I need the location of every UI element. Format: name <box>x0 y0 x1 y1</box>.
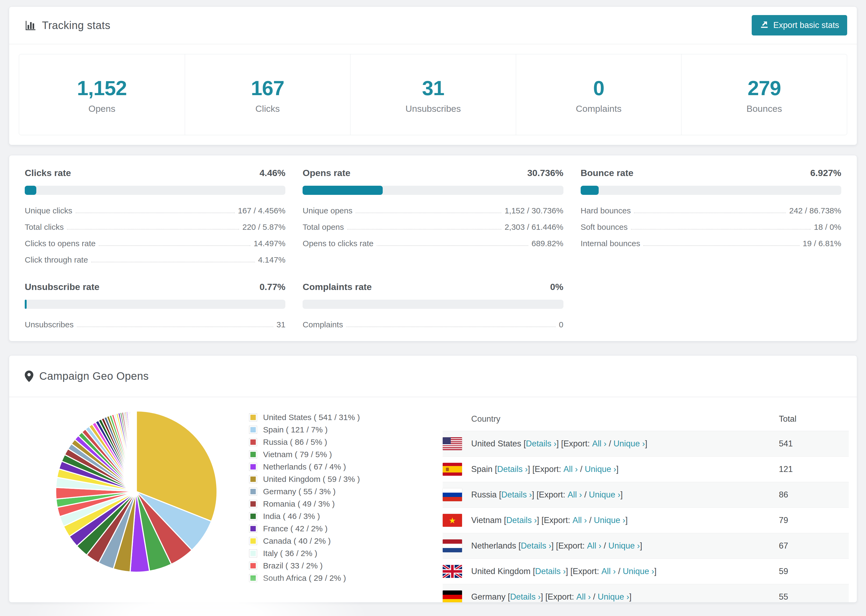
bar-chart-icon <box>25 20 36 31</box>
rate-row: Unsubscribes 31 <box>25 320 285 329</box>
geo-pie-chart <box>52 407 221 577</box>
export-button-label: Export basic stats <box>773 20 839 30</box>
rate-row-value: 220 / 5.87% <box>242 223 285 232</box>
country-name: United Kingdom <box>471 567 531 576</box>
rate-row-value: 0 <box>559 320 564 329</box>
country-cell: Russia [Details ›] [Export: All › / Uniq… <box>443 488 779 501</box>
legend-label: Spain ( 121 / 7% ) <box>263 425 328 434</box>
unsubscribe-rate-bar <box>25 300 285 309</box>
export-all-link[interactable]: All › <box>601 567 616 576</box>
geo-header: Campaign Geo Opens <box>9 355 857 397</box>
rate-row-label: Soft bounces <box>581 223 628 232</box>
export-unique-link[interactable]: Unique › <box>598 592 629 602</box>
export-all-link[interactable]: All › <box>564 464 578 474</box>
opens-rate-value: 30.736% <box>527 168 563 178</box>
country-name: Vietnam <box>471 515 502 525</box>
legend-item: Canada ( 40 / 2% ) <box>249 536 394 545</box>
export-unique-link[interactable]: Unique › <box>608 541 640 551</box>
rate-row: Unique clicks 167 / 4.456% <box>25 206 285 215</box>
export-all-link[interactable]: All › <box>567 490 582 500</box>
geo-table-row: Russia [Details ›] [Export: All › / Uniq… <box>443 482 849 508</box>
export-all-link[interactable]: All › <box>573 515 587 525</box>
rate-row-label: Hard bounces <box>581 206 631 215</box>
details-link[interactable]: Details › <box>535 567 566 576</box>
flag-us <box>443 437 462 450</box>
legend-label: Germany ( 55 / 3% ) <box>263 487 335 496</box>
rate-row-value: 31 <box>277 320 285 329</box>
details-link[interactable]: Details › <box>501 490 532 500</box>
details-link[interactable]: Details › <box>526 439 556 449</box>
rate-row: Complaints 0 <box>302 320 563 329</box>
dotted-leader <box>377 245 528 246</box>
bounce-rate-section: Bounce rate 6.927% Hard bounces 242 / 86… <box>581 168 841 264</box>
rate-row-value: 4.147% <box>258 255 286 264</box>
details-link[interactable]: Details › <box>506 515 537 525</box>
export-unique-link[interactable]: Unique › <box>614 439 645 449</box>
legend-swatch <box>249 487 257 496</box>
legend-swatch <box>249 463 257 471</box>
rate-row: Click through rate 4.147% <box>25 255 285 264</box>
map-pin-icon <box>25 370 33 382</box>
rate-row-value: 689.82% <box>531 239 563 248</box>
bounce-rate-rows: Hard bounces 242 / 86.738%Soft bounces 1… <box>581 206 841 248</box>
export-basic-stats-button[interactable]: Export basic stats <box>752 15 847 36</box>
legend-swatch <box>249 451 257 459</box>
legend-label: India ( 46 / 3% ) <box>263 512 320 521</box>
complaints-rate-bar <box>302 300 563 309</box>
export-unique-link[interactable]: Unique › <box>589 490 620 500</box>
export-all-link[interactable]: All › <box>592 439 606 449</box>
clicks-rate-fill <box>25 186 36 195</box>
summary-stat-label: Unsubscribes <box>350 104 516 114</box>
rate-row: Unique opens 1,152 / 30.736% <box>302 206 563 215</box>
dotted-leader <box>77 327 273 327</box>
legend-swatch <box>249 500 257 508</box>
rate-row: Clicks to opens rate 14.497% <box>25 239 285 248</box>
rate-row-label: Clicks to opens rate <box>25 239 96 248</box>
page-title: Tracking stats <box>25 19 110 31</box>
opens-rate-bar <box>302 186 563 195</box>
country-name: Germany <box>471 592 505 602</box>
legend-swatch <box>249 438 257 446</box>
clicks-rate-value: 4.46% <box>260 168 285 178</box>
flag-es <box>443 463 462 476</box>
bounce-rate-bar <box>581 186 841 195</box>
summary-stat-label: Clicks <box>185 104 350 114</box>
details-link[interactable]: Details › <box>497 464 528 474</box>
summary-stat-label: Complaints <box>516 104 682 114</box>
legend-swatch <box>249 475 257 483</box>
export-unique-link[interactable]: Unique › <box>623 567 654 576</box>
rate-row: Hard bounces 242 / 86.738% <box>581 206 841 215</box>
details-link[interactable]: Details › <box>510 592 541 602</box>
geo-body: United States ( 541 / 31% ) Spain ( 121 … <box>9 397 857 603</box>
geo-title: Campaign Geo Opens <box>25 370 149 382</box>
unsubscribe-rate-value: 0.77% <box>260 282 285 292</box>
export-unique-link[interactable]: Unique › <box>594 515 625 525</box>
geo-table-row: ★ Vietnam [Details ›] [Export: All › / U… <box>443 508 849 533</box>
country-cell: Netherlands [Details ›] [Export: All › /… <box>443 539 779 552</box>
flag-nl <box>443 539 462 552</box>
rate-row: Soft bounces 18 / 0% <box>581 223 841 232</box>
summary-stat: 279 Bounces <box>681 54 847 135</box>
summary-stat: 31 Unsubscribes <box>350 54 516 135</box>
details-link[interactable]: Details › <box>521 541 551 551</box>
clicks-rate-title: Clicks rate <box>25 168 71 178</box>
rate-row-value: 14.497% <box>254 239 285 248</box>
dotted-leader <box>643 245 799 246</box>
clicks-rate-section: Clicks rate 4.46% Unique clicks 167 / 4.… <box>25 168 285 264</box>
legend-item: Germany ( 55 / 3% ) <box>249 487 394 496</box>
legend-item: United States ( 541 / 31% ) <box>249 413 394 422</box>
legend-label: France ( 42 / 2% ) <box>263 524 328 533</box>
rate-row-value: 1,152 / 30.736% <box>505 206 564 215</box>
legend-swatch <box>249 426 257 434</box>
bounce-rate-fill <box>581 186 599 195</box>
dotted-leader <box>76 212 235 213</box>
summary-stat-label: Opens <box>19 104 185 114</box>
export-all-link[interactable]: All › <box>576 592 590 602</box>
export-all-link[interactable]: All › <box>587 541 601 551</box>
opens-rate-section: Opens rate 30.736% Unique opens 1,152 / … <box>302 168 563 264</box>
dotted-leader <box>356 212 501 213</box>
legend-label: South Africa ( 29 / 2% ) <box>263 574 346 583</box>
summary-stat-value: 0 <box>516 76 682 100</box>
flag-united-kingdom <box>443 565 462 578</box>
export-unique-link[interactable]: Unique › <box>585 464 616 474</box>
